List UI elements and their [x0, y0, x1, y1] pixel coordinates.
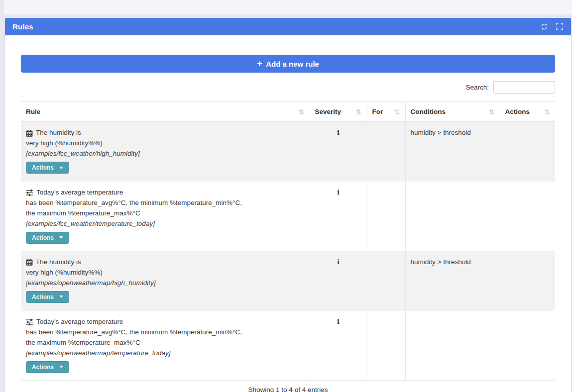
for-cell — [367, 182, 405, 251]
add-rule-button[interactable]: + Add a new rule — [21, 55, 555, 73]
column-header-conditions[interactable]: Conditions ⇅ — [405, 102, 500, 122]
rule-cell: Today's average temperature has been %te… — [21, 182, 310, 251]
sort-icon[interactable]: ⇅ — [544, 108, 550, 116]
actions-cell — [500, 122, 555, 182]
column-header-severity[interactable]: Severity ⇅ — [310, 102, 367, 122]
for-cell — [367, 251, 405, 311]
table-row: Today's average temperature has been %te… — [21, 182, 555, 251]
rules-table: Rule ⇅ Severity ⇅ For ⇅ Conditions ⇅ — [21, 101, 555, 381]
panel-title: Rules — [12, 22, 33, 31]
conditions-cell: humidity > threshold — [405, 122, 500, 182]
top-page-strip — [4, 0, 572, 14]
search-input[interactable] — [493, 81, 555, 94]
panel-header-actions — [541, 23, 564, 30]
refresh-icon[interactable] — [541, 23, 548, 30]
column-header-actions[interactable]: Actions ⇅ — [500, 102, 555, 122]
info-severity-icon: i — [337, 128, 340, 136]
rule-cell: The humidity is very high (%humidity%%) … — [21, 122, 310, 182]
conditions-cell — [405, 311, 500, 381]
sort-icon[interactable]: ⇅ — [356, 108, 362, 116]
row-actions-dropdown-button[interactable]: Actions — [26, 291, 69, 303]
rules-panel-header: Rules — [5, 18, 571, 35]
row-actions-dropdown-button[interactable]: Actions — [26, 232, 69, 244]
table-row: The humidity is very high (%humidity%%) … — [21, 251, 555, 311]
plus-icon: + — [257, 59, 262, 68]
rule-text: the maximum %temperature_max%°C — [26, 208, 305, 218]
rule-path: [examples/openweathermap/temperature_tod… — [26, 348, 305, 358]
severity-cell: i — [310, 251, 367, 311]
sliders-icon — [26, 319, 33, 325]
sort-icon[interactable]: ⇅ — [394, 108, 400, 116]
table-entries-info: Showing 1 to 4 of 4 entries — [21, 386, 555, 392]
severity-cell: i — [310, 182, 367, 251]
for-cell — [367, 122, 405, 182]
rule-text: has been %temperature_avg%°C, the minimu… — [26, 327, 305, 337]
column-header-rule[interactable]: Rule ⇅ — [21, 102, 310, 122]
search-label: Search: — [465, 84, 489, 91]
caret-down-icon — [59, 167, 63, 169]
rule-path: [examples/openweathermap/high_humidity] — [26, 278, 305, 288]
actions-cell — [500, 251, 555, 311]
caret-down-icon — [59, 295, 63, 298]
rule-title: Today's average temperature — [36, 187, 123, 197]
rule-text: has been %temperature_avg%°C, the minimu… — [26, 197, 305, 208]
rule-cell: Today's average temperature has been %te… — [21, 311, 310, 381]
sliders-icon — [26, 190, 33, 196]
calendar-icon — [26, 259, 33, 266]
rule-path: [examples/fcc_weather/temperature_today] — [26, 218, 305, 229]
conditions-cell: humidity > threshold — [405, 251, 500, 311]
rule-text: the maximum %temperature_max%°C — [26, 337, 305, 348]
info-severity-icon: i — [337, 317, 340, 325]
add-rule-label: Add a new rule — [266, 60, 319, 68]
rule-title: The humidity is — [36, 257, 81, 267]
sort-icon[interactable]: ⇅ — [489, 108, 495, 116]
table-row: The humidity is very high (%humidity%%) … — [21, 122, 555, 182]
rule-path: [examples/fcc_weather/high_humidity] — [26, 148, 305, 159]
caret-down-icon — [59, 366, 63, 368]
severity-cell: i — [310, 122, 367, 182]
severity-cell: i — [310, 311, 367, 381]
rules-panel: Rules + Add a new rule Search — [5, 18, 571, 392]
rule-title: The humidity is — [36, 127, 81, 138]
row-actions-dropdown-button[interactable]: Actions — [26, 361, 69, 373]
rule-text: very high (%humidity%%) — [26, 138, 305, 148]
rule-cell: The humidity is very high (%humidity%%) … — [21, 251, 310, 311]
calendar-icon — [26, 130, 33, 137]
info-severity-icon: i — [337, 188, 340, 196]
actions-cell — [500, 182, 555, 251]
info-severity-icon: i — [337, 258, 340, 266]
rule-title: Today's average temperature — [36, 316, 123, 327]
sort-icon[interactable]: ⇅ — [299, 108, 305, 116]
row-actions-dropdown-button[interactable]: Actions — [26, 162, 69, 174]
table-row: Today's average temperature has been %te… — [21, 311, 555, 381]
search-row: Search: — [21, 81, 555, 94]
rule-text: very high (%humidity%%) — [26, 267, 305, 278]
for-cell — [367, 311, 405, 381]
conditions-cell — [405, 182, 500, 251]
panel-content: + Add a new rule Search: Rule ⇅ Severity — [5, 35, 571, 392]
actions-cell — [500, 311, 555, 381]
caret-down-icon — [59, 236, 63, 239]
table-header-row: Rule ⇅ Severity ⇅ For ⇅ Conditions ⇅ — [21, 102, 555, 122]
column-header-for[interactable]: For ⇅ — [367, 102, 405, 122]
expand-icon[interactable] — [556, 23, 564, 30]
